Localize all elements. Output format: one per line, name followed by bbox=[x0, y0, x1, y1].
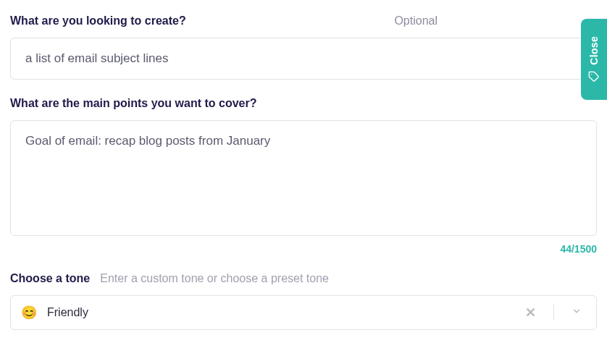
create-input[interactable] bbox=[10, 38, 597, 80]
create-field-group: What are you looking to create? Optional bbox=[10, 14, 597, 80]
create-label: What are you looking to create? bbox=[10, 14, 186, 27]
tone-label: Choose a tone bbox=[10, 272, 90, 285]
tone-label-row: Choose a tone Enter a custom tone or cho… bbox=[10, 272, 597, 285]
points-label: What are the main points you want to cov… bbox=[10, 97, 256, 110]
optional-label: Optional bbox=[394, 14, 438, 27]
tag-icon bbox=[588, 71, 600, 82]
divider bbox=[553, 305, 554, 321]
char-count: 44/1500 bbox=[10, 243, 597, 255]
points-field-group: What are the main points you want to cov… bbox=[10, 97, 597, 255]
clear-icon[interactable]: ✕ bbox=[518, 305, 543, 321]
tone-select[interactable]: 😊 Friendly ✕ bbox=[10, 295, 597, 330]
create-label-row: What are you looking to create? Optional bbox=[10, 14, 597, 27]
points-label-row: What are the main points you want to cov… bbox=[10, 97, 597, 110]
tone-emoji-icon: 😊 bbox=[21, 305, 37, 321]
tone-hint: Enter a custom tone or choose a preset t… bbox=[100, 272, 329, 285]
points-textarea[interactable] bbox=[10, 120, 597, 236]
tone-field-group: Choose a tone Enter a custom tone or cho… bbox=[10, 272, 597, 330]
close-panel-button[interactable]: Close bbox=[581, 19, 607, 100]
chevron-down-icon[interactable] bbox=[564, 306, 586, 319]
close-label: Close bbox=[588, 36, 600, 65]
tone-value: Friendly bbox=[47, 306, 508, 319]
